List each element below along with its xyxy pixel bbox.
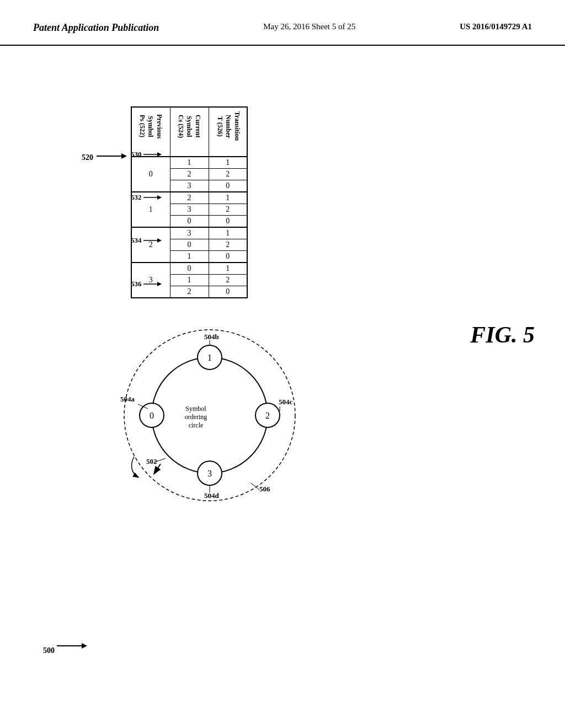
svg-text:circle: circle — [189, 421, 204, 429]
svg-marker-9 — [157, 282, 162, 286]
svg-marker-7 — [157, 238, 162, 243]
transition-table: PreviousSymbolPs (522) CurrentSymbolCs (… — [131, 106, 248, 298]
label-500: 500 — [43, 646, 55, 655]
main-content: FIG. 5 520 PreviousSymbolPs (522) Curren… — [0, 46, 565, 713]
svg-text:504b: 504b — [204, 333, 219, 341]
arrow-532: 532 — [131, 193, 163, 202]
svg-text:ordering: ordering — [185, 413, 207, 421]
svg-text:1: 1 — [207, 353, 212, 362]
svg-text:504c: 504c — [279, 398, 293, 406]
col-header-curr: CurrentSymbolCs (524) — [170, 107, 209, 157]
col-header-trans: TransitionNumberT (526) — [209, 107, 247, 157]
svg-marker-3 — [157, 152, 162, 157]
svg-text:2: 2 — [265, 411, 270, 420]
svg-text:504a: 504a — [120, 395, 135, 403]
table-row: 3 0 1 — [131, 263, 247, 275]
sheet-info: May 26, 2016 Sheet 5 of 25 — [263, 22, 355, 31]
svg-marker-5 — [157, 195, 162, 200]
svg-marker-1 — [121, 153, 127, 159]
figure-label: FIG. 5 — [470, 322, 535, 348]
arrow-530: 530 — [131, 150, 163, 159]
svg-text:3: 3 — [207, 469, 212, 478]
arrow-500 — [57, 640, 90, 654]
svg-marker-11 — [82, 643, 87, 649]
label-520: 520 — [82, 153, 93, 162]
arrow-536: 536 — [131, 280, 163, 288]
svg-text:504d: 504d — [204, 491, 220, 500]
svg-text:Symbol: Symbol — [185, 405, 206, 413]
circle-diagram-svg: 0 1 2 3 504a 504b 504c 504d 502 — [83, 316, 348, 526]
svg-text:0: 0 — [150, 411, 154, 420]
arrow-534: 534 — [131, 236, 163, 245]
svg-line-34 — [251, 483, 259, 490]
page-header: Patent Application Publication May 26, 2… — [0, 0, 565, 46]
svg-text:502: 502 — [146, 457, 157, 465]
svg-point-13 — [152, 357, 268, 473]
svg-text:506: 506 — [259, 485, 270, 493]
patent-publication-label: Patent Application Publication — [33, 22, 159, 34]
patent-number: US 2016/0149729 A1 — [460, 22, 532, 31]
col-header-prev: PreviousSymbolPs (522) — [131, 107, 170, 157]
transition-table-container: PreviousSymbolPs (522) CurrentSymbolCs (… — [131, 106, 248, 298]
arrow-520 — [97, 151, 130, 164]
